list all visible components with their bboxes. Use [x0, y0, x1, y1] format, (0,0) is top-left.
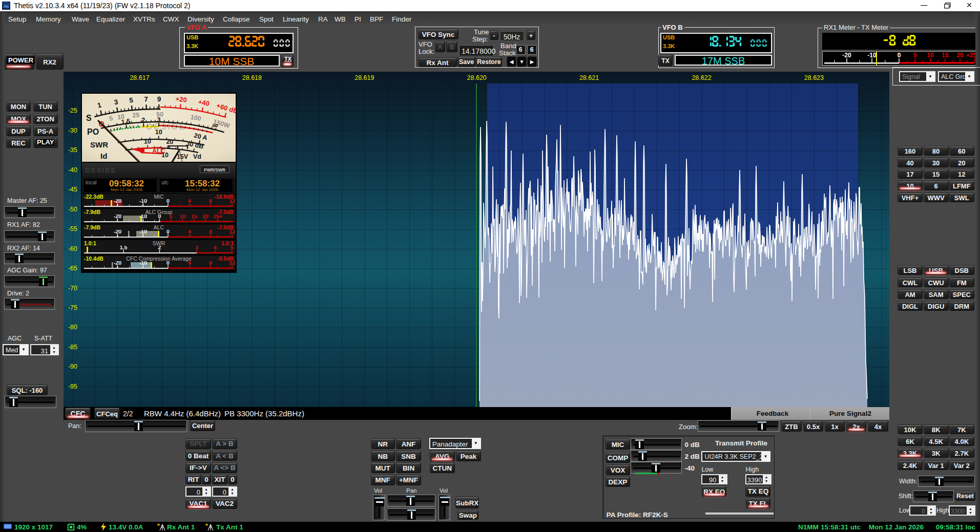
svg-text:OESIDE: OESIDE	[146, 122, 186, 131]
svg-text:-10: -10	[867, 52, 877, 59]
svg-text:25: 25	[132, 111, 140, 119]
svg-text:12: 12	[229, 230, 235, 235]
svg-text:-20: -20	[114, 230, 121, 235]
svg-text:0: 0	[158, 215, 161, 219]
svg-text:-20: -20	[114, 261, 121, 266]
svg-text:20: 20	[166, 138, 174, 146]
svg-text:20: 20	[202, 215, 208, 219]
svg-text:-20: -20	[114, 215, 121, 219]
svg-text:10: 10	[144, 138, 151, 145]
svg-text:12: 12	[229, 261, 235, 266]
svg-text:8: 8	[209, 230, 212, 235]
svg-text:S: S	[86, 114, 92, 122]
svg-text:1.5: 1.5	[120, 246, 128, 250]
svg-text:10: 10	[927, 52, 934, 59]
svg-text:10: 10	[161, 152, 169, 159]
svg-text:+20: +20	[175, 95, 187, 103]
svg-text:3: 3	[195, 246, 198, 250]
svg-text:0: 0	[166, 199, 170, 204]
svg-text:25+: 25+	[213, 215, 222, 219]
svg-text:Vd: Vd	[193, 153, 201, 160]
svg-text:5: 5	[231, 246, 234, 250]
svg-text:-10: -10	[139, 215, 147, 219]
svg-text:5: 5	[170, 215, 173, 219]
svg-text:12: 12	[229, 199, 235, 204]
svg-text:8: 8	[209, 199, 212, 204]
svg-text:2: 2	[141, 116, 145, 123]
svg-text:-20: -20	[842, 52, 851, 59]
svg-text:5: 5	[913, 52, 917, 59]
svg-text:0: 0	[166, 261, 170, 266]
svg-text:Id: Id	[100, 152, 107, 160]
svg-text:4: 4	[188, 230, 191, 235]
svg-text:4: 4	[188, 199, 191, 204]
svg-text:4: 4	[188, 261, 191, 266]
svg-text:TH: TH	[4, 5, 8, 8]
svg-text:+25: +25	[966, 52, 976, 59]
svg-text:15V: 15V	[177, 153, 189, 160]
svg-text:-10: -10	[139, 230, 147, 235]
svg-text:8: 8	[209, 261, 212, 266]
svg-text:15: 15	[191, 215, 197, 219]
svg-text:-10: -10	[139, 199, 147, 204]
svg-text:2: 2	[158, 246, 161, 250]
svg-text:SWR: SWR	[90, 140, 108, 149]
svg-text:0: 0	[166, 230, 170, 235]
svg-text:7: 7	[144, 95, 148, 103]
svg-text:15: 15	[942, 52, 949, 59]
svg-text:9: 9	[157, 95, 161, 103]
svg-text:1.5: 1.5	[121, 118, 131, 126]
svg-text:4: 4	[214, 246, 217, 250]
svg-text:0: 0	[898, 52, 901, 59]
svg-text:10: 10	[180, 215, 186, 219]
svg-text:-20: -20	[114, 199, 121, 204]
svg-text:PO: PO	[87, 127, 99, 136]
svg-text:20: 20	[956, 52, 964, 59]
svg-text:-10: -10	[139, 261, 147, 266]
svg-text:∞: ∞	[212, 121, 218, 130]
